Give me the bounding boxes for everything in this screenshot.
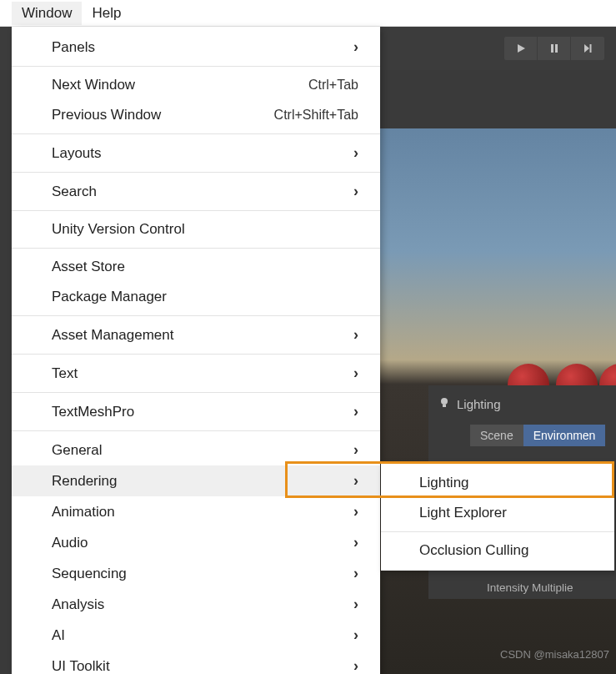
chevron-right-icon: › [353,441,358,459]
menu-separator [12,210,380,211]
menu-general[interactable]: General › [12,435,380,465]
menu-label: General [52,442,102,459]
lighting-panel-title: Lighting [457,397,501,411]
menu-separator [12,354,380,355]
menu-shortcut: Ctrl+Shift+Tab [274,108,358,123]
chevron-right-icon: › [353,472,358,490]
menu-label: Animation [52,504,115,521]
menu-label: Layouts [52,145,102,162]
menu-label: Next Window [52,77,135,93]
chevron-right-icon: › [353,144,358,162]
pause-button[interactable] [538,37,571,60]
submenu-lighting[interactable]: Lighting [381,468,614,498]
chevron-right-icon: › [353,626,358,644]
menu-asset-management[interactable]: Asset Management › [12,319,380,350]
menu-separator [12,248,380,249]
menu-label: Unity Version Control [52,221,185,238]
menu-separator [12,392,380,393]
menu-label: Previous Window [52,107,161,123]
menu-uvc[interactable]: Unity Version Control [12,214,380,244]
watermark: CSDN @misaka12807 [500,648,609,661]
menu-next-window[interactable]: Next Window Ctrl+Tab [12,70,380,100]
window-menu: Panels › Next Window Ctrl+Tab Previous W… [12,27,380,674]
menu-label: Search [52,184,97,200]
lighting-panel-header[interactable]: Lighting [428,392,616,416]
menu-analysis[interactable]: Analysis › [12,589,380,620]
menu-panels[interactable]: Panels › [12,32,380,63]
menu-ai[interactable]: AI › [12,620,380,651]
menu-label: UI Toolkit [52,658,110,675]
menu-layouts[interactable]: Layouts › [12,138,380,168]
menu-label: Text [52,365,78,382]
chevron-right-icon: › [353,38,358,56]
menu-separator [12,66,380,67]
menu-label: Audio [52,535,88,551]
step-button[interactable] [571,37,604,60]
prop-intensity: Intensity Multiplie [428,576,616,599]
menu-label: Asset Management [52,327,173,344]
chevron-right-icon: › [353,657,358,674]
menu-separator [381,531,614,532]
submenu-light-explorer[interactable]: Light Explorer [381,498,614,528]
svg-point-3 [441,398,448,405]
menubar-window[interactable]: Window [12,2,82,25]
play-controls [504,37,604,60]
menubar: Window Help [0,0,616,27]
menu-label: Sequencing [52,566,127,582]
menu-label: AI [52,627,65,644]
svg-rect-2 [590,44,592,53]
menu-label: TextMeshPro [52,404,134,420]
chevron-right-icon: › [353,365,358,382]
menubar-help[interactable]: Help [82,2,131,25]
menu-label: Panels [52,39,95,56]
chevron-right-icon: › [353,403,358,420]
submenu-occlusion-culling[interactable]: Occlusion Culling [381,536,614,566]
chevron-right-icon: › [353,183,358,200]
svg-rect-1 [555,44,558,53]
svg-rect-4 [443,405,446,407]
lighting-tabs: Scene Environmen [470,425,616,446]
menu-label: Rendering [52,473,117,490]
chevron-right-icon: › [353,596,358,613]
menu-sequencing[interactable]: Sequencing › [12,558,380,589]
menu-label: Analysis [52,596,104,613]
tab-environment[interactable]: Environmen [523,425,606,446]
menu-separator [12,172,380,173]
chevron-right-icon: › [353,503,358,521]
menu-prev-window[interactable]: Previous Window Ctrl+Shift+Tab [12,100,380,130]
menu-package-manager[interactable]: Package Manager [12,282,380,312]
lightbulb-icon [438,397,450,411]
play-button[interactable] [504,37,538,60]
menu-search[interactable]: Search › [12,176,380,207]
tab-scene[interactable]: Scene [470,425,523,446]
menu-shortcut: Ctrl+Tab [308,78,358,93]
menu-audio[interactable]: Audio › [12,527,380,558]
menu-separator [12,315,380,316]
menu-text[interactable]: Text › [12,358,380,389]
menu-label: Asset Store [52,259,125,275]
chevron-right-icon: › [353,534,358,551]
menu-asset-store[interactable]: Asset Store [12,252,380,282]
menu-label: Package Manager [52,289,167,305]
rendering-submenu: Lighting Light Explorer Occlusion Cullin… [381,463,614,571]
menu-separator [12,133,380,134]
svg-rect-0 [551,44,553,53]
chevron-right-icon: › [353,565,358,582]
chevron-right-icon: › [353,326,358,344]
menu-ui-toolkit[interactable]: UI Toolkit › [12,651,380,674]
menu-separator [12,430,380,431]
menu-animation[interactable]: Animation › [12,496,380,527]
menu-textmeshpro[interactable]: TextMeshPro › [12,396,380,427]
menu-rendering[interactable]: Rendering › [12,465,380,496]
